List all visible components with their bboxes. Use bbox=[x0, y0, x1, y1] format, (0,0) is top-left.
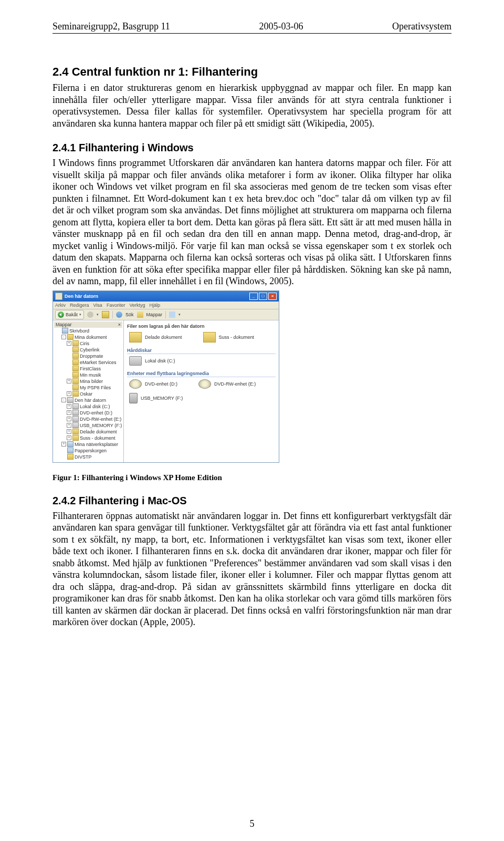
tree-node[interactable]: +DVD-RW-enhet (E:) bbox=[54, 416, 122, 422]
drive-icon bbox=[72, 422, 79, 428]
tree-node[interactable]: +DVD-enhet (D:) bbox=[54, 410, 122, 416]
tree-node-label: Oskar bbox=[80, 391, 92, 397]
tree-node[interactable]: DIVSTP bbox=[54, 454, 122, 460]
tree-node[interactable]: +Ciris bbox=[54, 340, 122, 347]
folder-icon bbox=[72, 429, 79, 434]
menu-item[interactable]: Redigera bbox=[70, 303, 89, 308]
tree-node-label: Lokal disk (C:) bbox=[80, 403, 110, 410]
views-button[interactable] bbox=[169, 312, 175, 318]
optical-drive-icon bbox=[129, 379, 142, 389]
menu-item[interactable]: Hjälp bbox=[149, 303, 160, 308]
drive-icon bbox=[72, 410, 79, 416]
my-computer-icon bbox=[55, 293, 62, 300]
menu-item[interactable]: Arkiv bbox=[55, 303, 66, 308]
figure-1-caption: Figur 1: Filhantering i Windows XP Home … bbox=[52, 473, 452, 482]
drive-icon bbox=[72, 416, 79, 422]
tree-node[interactable]: Droppmate bbox=[54, 353, 122, 359]
folder-icon bbox=[72, 391, 79, 397]
tree-node[interactable]: -Den här datorn bbox=[54, 397, 122, 403]
tree-node[interactable]: +Oskar bbox=[54, 391, 122, 397]
expand-collapse-box[interactable]: + bbox=[67, 404, 71, 409]
tree-node[interactable]: My PSP8 Files bbox=[54, 385, 122, 391]
item-label: Lokal disk (C:) bbox=[145, 358, 175, 364]
content-pane: Filer som lagras på den här datorn Delad… bbox=[124, 320, 279, 462]
menu-item[interactable]: Visa bbox=[93, 303, 102, 308]
folder-icon bbox=[72, 353, 79, 359]
maximize-button[interactable]: □ bbox=[259, 293, 267, 300]
tree-node[interactable]: FirstClass bbox=[54, 366, 122, 372]
tree-node-label: Delade dokument bbox=[80, 429, 117, 435]
tree-node-label: My PSP8 Files bbox=[80, 385, 111, 391]
list-item[interactable]: USB_MEMORY (F:) bbox=[129, 393, 183, 403]
menu-item[interactable]: Verktyg bbox=[129, 303, 145, 308]
drive-icon bbox=[72, 403, 79, 409]
folders-icon bbox=[137, 312, 143, 318]
list-item[interactable]: DVD-enhet (D:) bbox=[129, 379, 177, 389]
toolbar: Bakåt ▾ ▾ Sök Mappar ▾ bbox=[53, 309, 279, 320]
tree-node-label: DVD-enhet (D:) bbox=[80, 410, 112, 416]
tree-node[interactable]: +Lokal disk (C:) bbox=[54, 403, 122, 410]
expand-collapse-box[interactable]: + bbox=[67, 429, 71, 434]
tree-node[interactable]: Min musik bbox=[54, 372, 122, 378]
content-hint: Filer som lagras på den här datorn bbox=[127, 324, 276, 329]
expand-collapse-box[interactable]: + bbox=[61, 442, 66, 447]
tree-node[interactable]: eMarket Services bbox=[54, 359, 122, 366]
expand-collapse-box[interactable]: - bbox=[61, 398, 66, 402]
expand-collapse-box[interactable]: + bbox=[67, 423, 71, 428]
drive-icon bbox=[67, 397, 74, 403]
list-item[interactable]: Lokal disk (C:) bbox=[129, 356, 175, 366]
tree-node[interactable]: +Delade dokument bbox=[54, 429, 122, 435]
list-item[interactable]: DVD-RW-enhet (E:) bbox=[198, 379, 256, 389]
folder-icon bbox=[72, 347, 79, 352]
list-item[interactable]: Suss - dokument bbox=[203, 332, 255, 342]
window-title: Den här datorn bbox=[65, 294, 98, 299]
tree-node-label: Min musik bbox=[80, 372, 101, 378]
expand-collapse-box[interactable]: + bbox=[67, 379, 71, 383]
tree-close-button[interactable]: × bbox=[118, 322, 121, 327]
search-button[interactable]: Sök bbox=[125, 312, 134, 317]
tree-node-label: Den här datorn bbox=[75, 397, 106, 403]
expand-collapse-box[interactable]: + bbox=[67, 410, 71, 415]
tree-container: Skrivbord-Mina dokument+CirisCyberlinkDr… bbox=[54, 328, 122, 460]
expand-collapse-box[interactable]: + bbox=[67, 435, 71, 440]
toolbar-separator bbox=[165, 311, 166, 318]
window-titlebar: Den här datorn _ □ × bbox=[53, 291, 279, 302]
item-label: Delade dokument bbox=[145, 335, 182, 340]
tree-node[interactable]: -Mina dokument bbox=[54, 334, 122, 340]
header-left: Seminareigrupp2, Basgrupp 11 bbox=[52, 21, 170, 32]
folders-button[interactable]: Mappar bbox=[146, 312, 163, 317]
forward-button[interactable] bbox=[87, 312, 93, 318]
section-2-4-body: Filerna i en dator struktureras genom en… bbox=[52, 82, 452, 129]
section-2-4-1-body: I Windows finns programmet Utforskaren d… bbox=[52, 157, 452, 287]
expand-collapse-box[interactable]: + bbox=[67, 391, 71, 396]
folder-icon bbox=[72, 385, 79, 390]
tree-node[interactable]: +Suss - dokument bbox=[54, 435, 122, 441]
tree-node[interactable]: Cyberlink bbox=[54, 347, 122, 353]
expand-collapse-box[interactable]: - bbox=[61, 335, 66, 339]
tree-node[interactable]: +Mina nätverksplatser bbox=[54, 441, 122, 448]
hard-drive-icon bbox=[129, 356, 142, 366]
tree-node[interactable]: +USB_MEMORY (F:) bbox=[54, 422, 122, 429]
list-item[interactable]: Delade dokument bbox=[129, 332, 182, 342]
device-icon bbox=[62, 328, 68, 334]
folder-icon bbox=[72, 372, 79, 378]
expand-collapse-box[interactable]: + bbox=[67, 417, 71, 421]
folder-icon bbox=[67, 454, 74, 460]
folder-icon bbox=[72, 340, 79, 346]
toolbar-separator bbox=[112, 311, 113, 318]
tree-node-label: Mina dokument bbox=[75, 334, 107, 340]
menu-item[interactable]: Favoriter bbox=[107, 303, 125, 308]
page-header: Seminareigrupp2, Basgrupp 11 2005-03-06 … bbox=[52, 21, 452, 34]
up-one-level-button[interactable] bbox=[102, 311, 109, 318]
folder-icon bbox=[72, 378, 79, 384]
close-button[interactable]: × bbox=[268, 293, 277, 300]
tree-node[interactable]: +Mina bilder bbox=[54, 378, 122, 385]
usb-drive-icon bbox=[129, 393, 138, 403]
tree-node[interactable]: Papperskorgen bbox=[54, 448, 122, 454]
minimize-button[interactable]: _ bbox=[249, 293, 258, 300]
tree-node-label: DIVSTP bbox=[75, 454, 92, 460]
tree-node-label: USB_MEMORY (F:) bbox=[80, 422, 122, 429]
back-button[interactable]: Bakåt ▾ bbox=[55, 310, 84, 319]
expand-collapse-box[interactable]: + bbox=[67, 341, 71, 346]
tree-node[interactable]: Skrivbord bbox=[54, 328, 122, 334]
